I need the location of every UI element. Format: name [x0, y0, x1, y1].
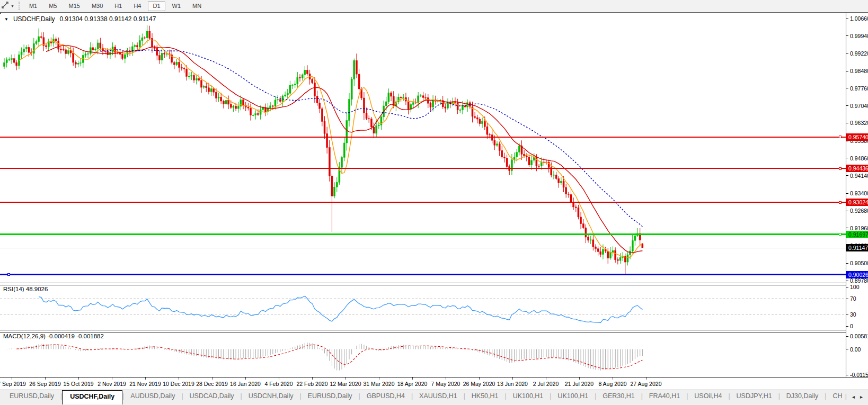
price-axis[interactable]: 1.006600.999400.992200.984800.977600.970… [846, 13, 868, 377]
price-tick-label: 0.99940 [850, 33, 868, 39]
level-handle[interactable] [839, 167, 842, 170]
macd-name: MACD(12,26,9) [3, 333, 46, 339]
tab-china300-h1[interactable]: CHINA300,H1 [826, 390, 842, 402]
tab-usdcnh-daily[interactable]: USDCNH,Daily [242, 390, 300, 402]
tab-fra40-h1[interactable]: FRA40,H1 [643, 390, 686, 402]
timeframe-button-W1[interactable]: W1 [167, 1, 186, 11]
toolbar: ▼ M1M5M15M30H1H4D1W1MN [0, 0, 868, 12]
macd-tick-mark [846, 375, 848, 375]
macd-tick-mark [846, 349, 848, 349]
date-tick-mark [145, 377, 146, 380]
level-line-0.90026[interactable] [0, 274, 846, 275]
date-tick-mark [512, 377, 513, 380]
pointer-tool-button[interactable]: ▼ [0, 0, 14, 12]
price-level-badge: 0.91697 [846, 231, 868, 238]
timeframe-button-M5[interactable]: M5 [44, 1, 61, 11]
price-tick-label: 0.98480 [850, 68, 868, 74]
tab-eurusd-daily[interactable]: EURUSD,Daily [3, 390, 60, 402]
macd-value-main: -0.000419 [47, 333, 75, 339]
tab-uk100-h1[interactable]: UK100,H1 [551, 390, 595, 402]
date-tick-mark [312, 377, 313, 380]
level-handle[interactable] [839, 136, 842, 138]
price-tick-mark [846, 193, 848, 194]
date-tick-mark [546, 377, 546, 380]
main-chart[interactable] [0, 14, 846, 283]
tab-scroll-arrows: | ◂ ▸ [842, 390, 868, 400]
timeframe-button-MN[interactable]: MN [188, 1, 206, 11]
date-tick-mark [346, 377, 346, 380]
date-tick-mark [412, 377, 413, 380]
tab-dj30-daily[interactable]: DJ30,Daily [780, 390, 825, 402]
tab-xauusd-h1[interactable]: XAUUSD,H1 [413, 390, 464, 402]
rsi-tick-label: 100 [850, 284, 860, 290]
timeframe-buttons: M1M5M15M30H1H4D1W1MN [24, 1, 206, 11]
level-handle[interactable] [7, 273, 10, 276]
tab-gbpusd-h4[interactable]: GBPUSD,H4 [360, 390, 411, 402]
date-tick-mark [379, 377, 379, 380]
level-line-0.95740[interactable] [0, 137, 846, 138]
macd-tick-label: 0.00 [850, 346, 861, 353]
date-tick-mark [78, 377, 79, 380]
timeframe-button-D1[interactable]: D1 [148, 1, 165, 11]
price-tick-label: 0.97760 [850, 85, 868, 92]
tab-eurusd-daily[interactable]: EURUSD,Daily [302, 390, 359, 402]
tab-ger30-h1[interactable]: GER30,H1 [596, 390, 641, 402]
timeframe-button-M15[interactable]: M15 [64, 1, 85, 11]
tab-usoil-h4[interactable]: USOil,H4 [688, 390, 728, 402]
price-tick-mark [846, 105, 848, 106]
macd-pane[interactable] [0, 332, 846, 377]
chart-ohlc-values: 0.91304 0.91338 0.91142 0.91147 [60, 15, 156, 23]
date-tick-mark [179, 377, 179, 380]
rsi-tick-mark [846, 299, 848, 299]
tab-uk100-h1[interactable]: UK100,H1 [507, 390, 550, 402]
price-tick-label: 0.94140 [850, 173, 868, 179]
timeframe-button-H1[interactable]: H1 [110, 1, 127, 11]
tab-usdjpy-h1[interactable]: USDJPY,H1 [730, 390, 778, 402]
timeframe-button-H4[interactable]: H4 [129, 1, 146, 11]
price-tick-label: 0.90500 [850, 260, 868, 266]
level-handle[interactable] [839, 201, 842, 204]
level-line-0.91697[interactable] [0, 233, 846, 235]
price-tick-mark [846, 88, 848, 88]
rsi-tick-label: 70 [850, 295, 856, 302]
triangle-down-icon: ▼ [4, 17, 8, 22]
level-handle[interactable] [839, 233, 842, 236]
price-tick-label: 0.89780 [850, 277, 868, 284]
level-line-0.94436[interactable] [0, 168, 846, 169]
rsi-name: RSI(14) [3, 286, 24, 292]
tab-audusd-daily[interactable]: AUDUSD,Daily [124, 390, 181, 402]
rsi-tick-label: 0 [850, 323, 853, 329]
macd-label: MACD(12,26,9) -0.000419 -0.001882 [3, 333, 104, 339]
price-tick-mark [846, 263, 848, 264]
timeframe-button-M30[interactable]: M30 [87, 1, 108, 11]
price-tick-mark [846, 35, 848, 36]
date-tick-mark [279, 377, 279, 380]
toolbar-grip[interactable] [19, 2, 21, 10]
price-tick-label: 0.96320 [850, 120, 868, 126]
rsi-label: RSI(14) 48.9026 [3, 286, 48, 292]
macd-tick-label: 0.005818 [850, 333, 868, 339]
price-tick-label: 0.92680 [850, 208, 868, 214]
current-price-badge: 0.91147 [846, 244, 868, 251]
timeframe-button-M1[interactable]: M1 [24, 1, 42, 11]
price-level-badge: 0.94436 [846, 165, 868, 172]
price-tick-label: 0.99220 [850, 50, 868, 57]
tab-strip: EURUSD,Daily|USDCHF,Daily|AUDUSD,Daily|U… [0, 390, 842, 404]
tab-divider: | [845, 393, 847, 400]
tab-scroll-left-icon[interactable]: ◂ [852, 394, 855, 400]
date-tick-mark [646, 377, 646, 380]
level-line-0.93024[interactable] [0, 202, 846, 203]
tab-hk50-h1[interactable]: HK50,H1 [465, 390, 505, 402]
macd-tick-mark [846, 336, 848, 337]
rsi-tick-mark [846, 287, 848, 287]
date-axis[interactable]: 7 Sep 201926 Sep 201915 Oct 20192 Nov 20… [0, 377, 868, 390]
price-tick-mark [846, 211, 848, 211]
chart-symbol-label: USDCHF,Daily [13, 15, 55, 23]
macd-value-signal: -0.001882 [76, 333, 104, 339]
tab-scroll-right-icon[interactable]: ▸ [860, 394, 863, 400]
current-price-line [0, 248, 846, 248]
tab-usdcad-daily[interactable]: USDCAD,Daily [183, 390, 241, 402]
rsi-pane[interactable] [0, 285, 846, 330]
date-tick-mark [112, 377, 112, 380]
tab-usdchf-daily[interactable]: USDCHF,Daily [62, 390, 122, 404]
